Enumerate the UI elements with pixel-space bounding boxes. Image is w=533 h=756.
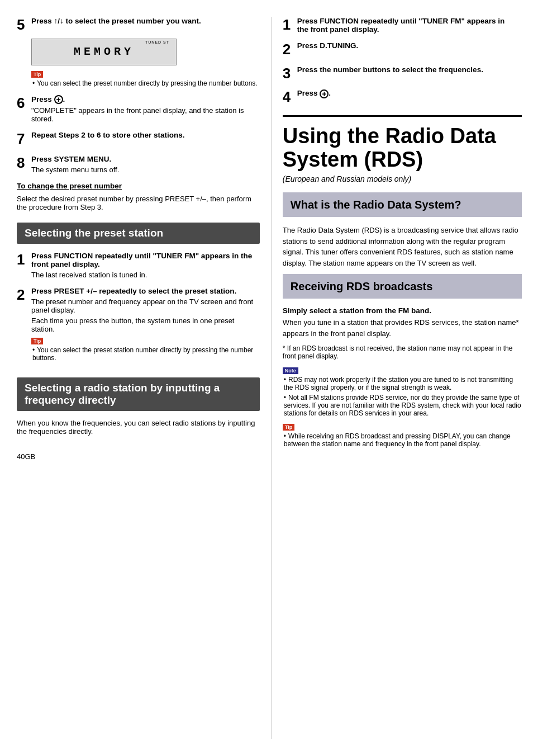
step-6-num: 6 xyxy=(17,95,29,111)
display-box: TUNED ST MEMORY xyxy=(31,39,177,65)
step-6-block: 6 Press +. "COMPLETE" appears in the fro… xyxy=(17,95,260,123)
preset-step-1-num: 1 xyxy=(17,252,29,268)
freq-step-1-num: 1 xyxy=(283,17,295,33)
selecting-preset-section: Selecting the preset station 1 Press FUN… xyxy=(17,223,260,365)
receiving-rds-body: When you tune in a station that provides… xyxy=(283,317,522,339)
tip-label-step2: Tip xyxy=(31,338,43,344)
tip-label-step5: Tip xyxy=(31,71,43,78)
freq-step-3-num: 3 xyxy=(283,65,295,82)
tip-label-rds: Tip xyxy=(283,424,294,431)
freq-step-4-bold: Press +. xyxy=(297,89,331,97)
preset-step-1-normal: The last received station is tuned in. xyxy=(31,271,255,279)
left-column: 5 Press ↑/↓ to select the preset number … xyxy=(17,17,271,739)
note-item-1: •RDS may not work properly if the statio… xyxy=(283,376,522,391)
what-is-rds-box: What is the Radio Data System? xyxy=(283,192,522,217)
rds-subtitle: (European and Russian models only) xyxy=(283,174,522,183)
right-column: 1 Press FUNCTION repeatedly until "TUNER… xyxy=(271,17,522,739)
what-is-rds-body: The Radio Data System (RDS) is a broadca… xyxy=(283,225,522,268)
selecting-freq-section: Selecting a radio station by inputting a… xyxy=(17,377,260,436)
display-text: MEMORY xyxy=(74,45,134,58)
freq-step-3-block: 3 Press the number buttons to select the… xyxy=(283,65,522,82)
page-number: 40GB xyxy=(17,452,35,461)
note-item-2: •Not all FM stations provide RDS service… xyxy=(283,394,522,417)
freq-step-2-bold: Press D.TUNING. xyxy=(295,41,517,50)
change-preset-body: Select the desired preset number by pres… xyxy=(17,195,260,211)
section-divider xyxy=(283,115,522,117)
step-5-num: 5 xyxy=(17,17,29,33)
tip-text-step5: •You can select the preset number direct… xyxy=(31,79,260,87)
receiving-rds-title: Receiving RDS broadcasts xyxy=(291,280,514,293)
step-8-num: 8 xyxy=(17,155,29,171)
selecting-preset-header: Selecting the preset station xyxy=(17,223,260,244)
step-5-block: 5 Press ↑/↓ to select the preset number … xyxy=(17,17,260,87)
tip-text-step2: •You can select the preset station numbe… xyxy=(31,346,255,362)
tip-box-step2: Tip •You can select the preset station n… xyxy=(31,337,255,362)
receiving-rds-box: Receiving RDS broadcasts xyxy=(283,274,522,299)
rds-footnote: * If an RDS broadcast is not received, t… xyxy=(283,344,522,360)
selecting-freq-header: Selecting a radio station by inputting a… xyxy=(17,377,260,411)
display-top-text: TUNED ST xyxy=(145,40,169,44)
tip-box-step5: Tip •You can select the preset number di… xyxy=(31,70,260,87)
rds-note-box: Note •RDS may not work properly if the s… xyxy=(283,366,522,417)
freq-step-1-block: 1 Press FUNCTION repeatedly until "TUNER… xyxy=(283,17,522,34)
change-preset-section: To change the preset number Select the d… xyxy=(17,182,260,211)
note-label: Note xyxy=(283,367,298,374)
step-7-block: 7 Repeat Steps 2 to 6 to store other sta… xyxy=(17,131,260,147)
freq-step-4-num: 4 xyxy=(283,89,295,105)
plus-circle-4: + xyxy=(320,89,329,98)
tip-text-rds: •While receiving an RDS broadcast and pr… xyxy=(283,432,522,448)
preset-step-2-num: 2 xyxy=(17,287,29,303)
freq-step-4-block: 4 Press +. xyxy=(283,89,522,105)
step-8-bold: Press SYSTEM MENU. xyxy=(31,155,111,163)
what-is-rds-title: What is the Radio Data System? xyxy=(291,198,514,211)
step-8-normal: The system menu turns off. xyxy=(31,166,255,174)
preset-step-2-normal2: Each time you press the button, the syst… xyxy=(31,316,255,333)
tip-box-rds: Tip •While receiving an RDS broadcast an… xyxy=(283,423,522,448)
simply-select-bold: Simply select a station from the FM band… xyxy=(283,306,522,315)
step-6-bold: Press +. xyxy=(31,95,65,103)
plus-circle-6: + xyxy=(54,95,63,104)
preset-step-1-bold: Press FUNCTION repeatedly until "TUNER F… xyxy=(31,252,252,268)
step-6-normal: "COMPLETE" appears in the front panel di… xyxy=(31,106,255,123)
selecting-freq-body: When you know the frequencies, you can s… xyxy=(17,419,260,436)
step-8-block: 8 Press SYSTEM MENU. The system menu tur… xyxy=(17,155,260,174)
change-preset-header: To change the preset number xyxy=(17,182,260,190)
freq-step-1-bold: Press FUNCTION repeatedly until "TUNER F… xyxy=(295,17,517,34)
preset-step-2-normal1: The preset number and frequency appear o… xyxy=(31,297,255,314)
rds-main-title: Using the Radio Data System (RDS) xyxy=(283,125,522,172)
page-footer-left: 40GB xyxy=(17,452,260,461)
preset-step-2-bold: Press PRESET +/– repeatedly to select th… xyxy=(31,287,236,295)
freq-step-2-block: 2 Press D.TUNING. xyxy=(283,41,522,58)
preset-step-1-block: 1 Press FUNCTION repeatedly until "TUNER… xyxy=(17,252,260,279)
preset-step-2-block: 2 Press PRESET +/– repeatedly to select … xyxy=(17,287,260,365)
step-7-bold: Repeat Steps 2 to 6 to store other stati… xyxy=(29,131,255,139)
freq-step-3-bold: Press the number buttons to select the f… xyxy=(295,65,517,74)
step-7-num: 7 xyxy=(17,131,29,147)
step-5-bold: Press ↑/↓ to select the preset number yo… xyxy=(29,17,255,25)
freq-step-2-num: 2 xyxy=(283,41,295,58)
